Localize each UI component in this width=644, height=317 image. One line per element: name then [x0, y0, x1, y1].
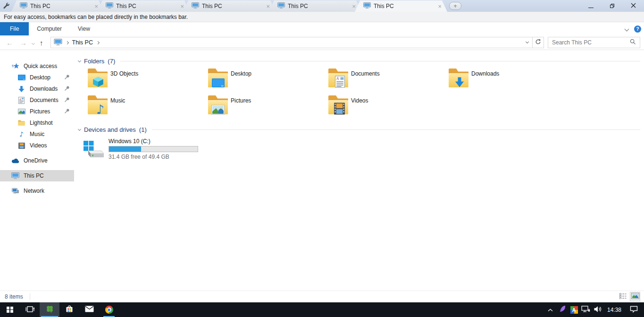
sidebar-item-label: Network	[24, 188, 44, 194]
item-label: Pictures	[231, 97, 251, 120]
sidebar-item-network[interactable]: Network	[0, 185, 74, 197]
items-view: Folders (7) 3D Objects De	[74, 50, 644, 291]
tab-this-pc-4[interactable]: This PC ×	[269, 0, 361, 12]
chrome-icon	[105, 306, 113, 314]
details-view-button[interactable]	[618, 292, 628, 301]
folder-desktop-icon	[208, 67, 228, 89]
tab-this-pc-5-active[interactable]: This PC ×	[355, 0, 447, 12]
close-icon	[631, 3, 636, 9]
taskbar-chrome-button[interactable]	[99, 302, 119, 317]
tray-network-button[interactable]	[580, 302, 592, 317]
tab-close-icon[interactable]: ×	[351, 3, 357, 9]
item-label: Music	[110, 97, 125, 120]
videos-film-icon	[17, 143, 25, 149]
taskbar-mail-button[interactable]	[79, 302, 99, 317]
tab-this-pc-2[interactable]: This PC ×	[97, 0, 190, 12]
tab-close-icon[interactable]: ×	[179, 3, 185, 9]
sidebar-item-pictures[interactable]: Pictures	[0, 106, 74, 117]
breadcrumb-separator-icon[interactable]	[96, 41, 100, 44]
taskbar: A 14:38	[0, 302, 644, 317]
sidebar-item-downloads[interactable]: Downloads	[0, 83, 74, 94]
sidebar-item-documents[interactable]: A Documents	[0, 94, 74, 106]
thumbnails-view-button[interactable]	[630, 292, 640, 301]
taskbar-clock[interactable]: 14:38	[603, 307, 625, 313]
tray-lightshot-button[interactable]	[556, 302, 568, 317]
recent-locations-button[interactable]	[30, 39, 36, 46]
tab-label: This PC	[288, 3, 348, 9]
address-dropdown-button[interactable]	[522, 37, 532, 48]
sidebar-item-label: OneDrive	[24, 157, 48, 164]
group-count: (7)	[108, 58, 115, 65]
computer-icon	[192, 2, 199, 10]
sidebar-item-desktop[interactable]: Desktop	[0, 72, 74, 83]
start-button[interactable]	[0, 302, 20, 317]
svg-text:A: A	[336, 77, 339, 81]
item-label: 3D Objects	[110, 70, 138, 93]
folder-tile-downloads[interactable]: Downloads	[443, 66, 563, 93]
sidebar-item-lightshot[interactable]: Lightshot	[0, 117, 74, 129]
breadcrumb-this-pc[interactable]: This PC	[72, 39, 93, 46]
menu-file[interactable]: File	[0, 22, 29, 35]
tab-close-icon[interactable]: ×	[437, 3, 443, 9]
sidebar-item-quick-access[interactable]: Quick access	[0, 60, 74, 72]
breadcrumb: This PC	[51, 39, 522, 47]
explorer-window: This PC × This PC × This PC × This PC × …	[0, 0, 644, 317]
taskbar-clover-button[interactable]	[40, 302, 59, 317]
thumbnails-view-icon	[631, 293, 639, 300]
window-controls	[580, 0, 644, 12]
sidebar-item-music[interactable]: ♪ Music	[0, 129, 74, 140]
refresh-button[interactable]	[533, 37, 544, 48]
minimize-button[interactable]	[580, 0, 602, 12]
plus-icon: +	[453, 3, 457, 9]
folder-tile-3d-objects[interactable]: 3D Objects	[82, 66, 202, 93]
navigation-pane: Quick access Desktop Downloads A Documen…	[0, 50, 74, 291]
help-button[interactable]: ?	[634, 26, 641, 33]
tab-label: This PC	[30, 3, 91, 9]
close-button[interactable]	[623, 0, 644, 12]
menu-view[interactable]: View	[70, 26, 98, 32]
sidebar-item-this-pc[interactable]: This PC	[0, 170, 74, 181]
sidebar-item-onedrive[interactable]: OneDrive	[0, 155, 74, 166]
folder-tile-pictures[interactable]: Pictures	[202, 93, 322, 120]
new-tab-button[interactable]: +	[449, 2, 461, 10]
tab-close-icon[interactable]: ×	[93, 3, 99, 9]
pin-icon	[64, 97, 70, 104]
restore-button[interactable]	[602, 0, 623, 12]
group-header-devices[interactable]: Devices and drives (1)	[78, 125, 644, 134]
tray-app-a-button[interactable]: A	[568, 302, 580, 317]
folder-tile-documents[interactable]: A Documents	[322, 66, 443, 93]
item-label: Videos	[351, 97, 368, 120]
folder-tile-videos[interactable]: Videos	[322, 93, 443, 120]
clover-settings-button[interactable]	[0, 0, 11, 12]
task-view-icon	[25, 306, 34, 314]
forward-button[interactable]: →	[17, 39, 30, 47]
search-input[interactable]: Search This PC	[548, 37, 640, 48]
item-label: Downloads	[471, 70, 499, 93]
menu-computer[interactable]: Computer	[29, 26, 70, 32]
computer-icon	[106, 2, 113, 10]
sidebar-item-videos[interactable]: Videos	[0, 140, 74, 151]
collapse-chevron-icon	[78, 127, 81, 130]
task-view-button[interactable]	[20, 302, 40, 317]
ribbon-expand-button[interactable]	[625, 26, 628, 32]
tray-volume-button[interactable]	[592, 302, 603, 317]
folder-tile-desktop[interactable]: Desktop	[202, 66, 322, 93]
taskbar-store-button[interactable]	[59, 302, 79, 317]
speaker-icon	[594, 306, 602, 314]
tab-this-pc-1[interactable]: This PC ×	[11, 0, 104, 12]
pin-icon	[64, 86, 70, 93]
svg-text:A: A	[19, 97, 21, 100]
search-icon	[630, 39, 636, 46]
folder-tile-music[interactable]: ♪ Music	[82, 93, 202, 120]
action-center-button[interactable]	[625, 302, 642, 317]
bookmarks-bar[interactable]: For easy access, bookmarks can be placed…	[0, 12, 644, 22]
tab-close-icon[interactable]: ×	[265, 3, 271, 9]
back-button[interactable]: ←	[3, 39, 17, 47]
tab-this-pc-3[interactable]: This PC ×	[183, 0, 276, 12]
up-button[interactable]: ↑	[36, 39, 47, 47]
group-header-folders[interactable]: Folders (7)	[78, 57, 644, 66]
drive-tile-windows-10-c[interactable]: Windows 10 (C:) 31.4 GB free of 49.4 GB	[83, 137, 644, 160]
folder-pictures-icon	[208, 94, 228, 116]
address-bar[interactable]: This PC	[50, 37, 533, 48]
tray-show-hidden-icons-button[interactable]	[544, 302, 556, 317]
